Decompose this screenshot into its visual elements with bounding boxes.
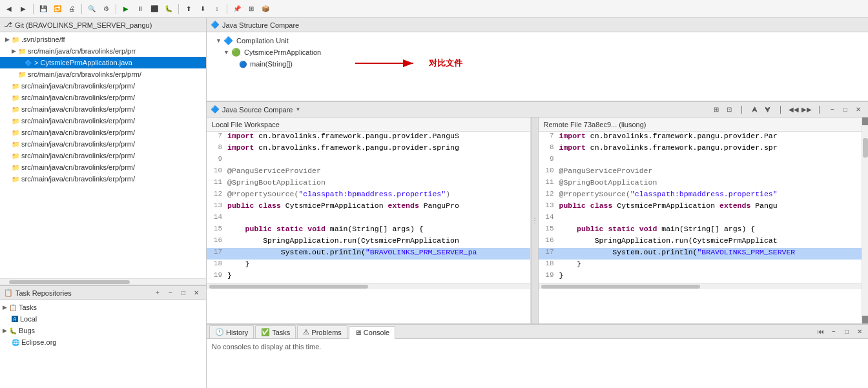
tasks-item[interactable]: ▶ 📋 Tasks (0, 301, 206, 313)
bugs-item[interactable]: ▶ 🐛 Bugs (0, 325, 206, 336)
structure-node-cu: ▼ 🔷 Compilation Unit (212, 35, 863, 46)
toolbar-btn-save[interactable]: 💾 (37, 3, 50, 15)
toolbar-btn-debug[interactable]: 🐛 (162, 3, 175, 15)
left-diff-pane[interactable]: Local File Workspace 7 import cn.bravoli… (207, 117, 531, 323)
toolbar-btn-print[interactable]: 🖨 (65, 3, 78, 15)
task-repo-close-btn[interactable]: ✕ (191, 287, 202, 299)
tree-item-src-9[interactable]: 📁 src/main/java/cn/bravolinks/erp/prm/ (0, 161, 206, 173)
tree-item-src-2[interactable]: 📁 src/main/java/cn/bravolinks/erp/prm/ (0, 80, 206, 92)
toolbar-btn-package[interactable]: 📦 (259, 3, 272, 15)
main-window: ◀ ▶ 💾 🔁 🖨 🔍 ⚙ ▶ ⏸ ⬛ 🐛 ⬆ ⬇ ↕ 📌 ⊞ 📦 ⎇ Git … (0, 0, 868, 388)
right-h-scroll-thumb[interactable] (541, 285, 700, 289)
task-repo-maximize-btn[interactable]: □ (178, 287, 189, 299)
tab-history[interactable]: 🕐 History (209, 325, 254, 338)
tree-item-src-parent[interactable]: ▶ 📁 src/main/java/cn/bravolinks/erp/prr (0, 45, 206, 57)
tree-item-src-8[interactable]: 📁 src/main/java/cn/bravolinks/erp/prm/ (0, 150, 206, 161)
tab-console-label: Console (364, 329, 389, 336)
toolbar-btn-updown[interactable]: ↕ (211, 3, 223, 15)
eclipse-org-item[interactable]: 🌐 Eclipse.org (0, 336, 206, 348)
bottom-bar-btn-1[interactable]: ⏮ (815, 325, 827, 337)
source-compare-dropdown[interactable]: ▼ (295, 107, 300, 112)
source-compare-title: Java Source Compare (222, 106, 293, 114)
compare-btn-1[interactable]: ⊞ (710, 104, 722, 116)
tree-item-cytsmice[interactable]: 🔷 > CytsmicePrmApplication.java (0, 57, 206, 68)
tab-history-label: History (226, 329, 248, 336)
toolbar-btn-layout[interactable]: ⊞ (245, 3, 258, 15)
tree-item-src-3[interactable]: 📁 src/main/java/cn/bravolinks/erp/prm/ (0, 92, 206, 103)
left-line-15: 15 public static void main(String[] args… (207, 225, 530, 236)
splitter-icon: ⋮ (532, 217, 538, 224)
right-diff-pane[interactable]: Remote File 73a8ec9... (liusong) 7 impor… (539, 117, 862, 323)
tree-item-src-6[interactable]: 📁 src/main/java/cn/bravolinks/erp/prm/ (0, 127, 206, 138)
ver-scroll-thumb[interactable] (863, 138, 868, 158)
toolbar-btn-back[interactable]: ◀ (3, 3, 16, 15)
toolbar-btn-search[interactable]: 🔍 (85, 3, 98, 15)
toolbar-btn-forward[interactable]: ▶ (17, 3, 30, 15)
left-h-scrollbar[interactable] (207, 283, 530, 289)
task-repo-title: Task Repositories (16, 289, 72, 297)
compare-btn-minimize[interactable]: − (827, 104, 838, 116)
console-message: No consoles to display at this time. (212, 343, 321, 351)
tree-item-src-7[interactable]: 📁 src/main/java/cn/bravolinks/erp/prm/ (0, 138, 206, 150)
toolbar: ◀ ▶ 💾 🔁 🖨 🔍 ⚙ ▶ ⏸ ⬛ 🐛 ⬆ ⬇ ↕ 📌 ⊞ 📦 (0, 0, 868, 18)
compare-btn-copy-right[interactable]: ▶▶ (801, 104, 812, 116)
toolbar-btn-pin[interactable]: 📌 (231, 3, 243, 15)
toolbar-sep4 (178, 4, 179, 14)
task-repo-title-area: 📋 Task Repositories (4, 289, 72, 297)
task-repo-minimize-btn[interactable]: − (165, 287, 176, 299)
toolbar-btn-up[interactable]: ⬆ (182, 3, 195, 15)
compare-btn-copy-left[interactable]: ◀◀ (788, 104, 800, 116)
scroll-up-btn[interactable] (862, 117, 869, 125)
task-repo-add-btn[interactable]: + (152, 287, 163, 299)
bottom-bar-btn-2[interactable]: − (828, 325, 840, 337)
tab-problems[interactable]: ⚠ Problems (297, 325, 347, 338)
toolbar-btn-down[interactable]: ⬇ (196, 3, 209, 15)
class-icon: 🟢 (231, 48, 241, 57)
left-h-scroll-thumb[interactable] (209, 285, 368, 289)
git-tree[interactable]: ▶ 📁 .svn/pristine/ff ▶ 📁 src/main/java/c… (0, 32, 206, 278)
right-line-19: 19 } (539, 271, 862, 283)
compare-btn-3[interactable]: ⮝ (749, 104, 761, 116)
tree-item-src-10[interactable]: 📁 src/main/java/cn/bravolinks/erp/prm/ (0, 173, 206, 185)
diff-splitter[interactable]: ⋮ (531, 117, 539, 323)
compare-btn-close[interactable]: ✕ (852, 104, 864, 116)
compare-btn-maximize[interactable]: □ (840, 104, 851, 116)
local-item[interactable]: 🅰 Local (0, 313, 206, 325)
method-icon: 🔵 (239, 61, 247, 68)
bottom-bar: 🕐 History ✅ Tasks ⚠ Problems 🖥 Console (207, 323, 868, 388)
tab-tasks[interactable]: ✅ Tasks (255, 325, 296, 338)
scroll-down-btn[interactable] (862, 316, 869, 323)
bottom-bar-minimize[interactable]: □ (841, 325, 852, 337)
compare-btn-2[interactable]: ⊡ (723, 104, 735, 116)
compare-btn-4[interactable]: ⮟ (762, 104, 774, 116)
tree-item-src-4[interactable]: 📁 src/main/java/cn/bravolinks/erp/prm/ (0, 103, 206, 115)
structure-node-method: 🔵 main(String[]) (212, 58, 863, 70)
git-panel-title: ⎇ Git (BRAVOLINKS_PRM_SERVER_pangu) (0, 18, 206, 32)
tree-item-src-5[interactable]: 📁 src/main/java/cn/bravolinks/erp/prm/ (0, 115, 206, 127)
tree-arrow-src: ▶ (12, 48, 18, 54)
tab-console[interactable]: 🖥 Console (349, 326, 395, 339)
toolbar-btn-stop[interactable]: ⬛ (148, 3, 161, 15)
tree-item-src-1[interactable]: 📁 src/main/java/cn/bravolinks/erp/prm/ (0, 68, 206, 80)
tree-item-svn[interactable]: ▶ 📁 .svn/pristine/ff (0, 34, 206, 45)
ver-scrollbar[interactable] (862, 117, 868, 323)
h-scroll-thumb[interactable] (9, 280, 130, 284)
bottom-bar-maximize[interactable]: ✕ (854, 325, 865, 337)
h-scrollbar[interactable] (0, 278, 206, 285)
folder-icon-src: 📁 (18, 48, 26, 55)
structure-title: Java Structure Compare (222, 21, 299, 29)
toolbar-btn-run[interactable]: ▶ (119, 3, 132, 15)
right-line-14: 14 (539, 213, 862, 225)
left-line-9: 9 (207, 155, 530, 167)
left-line-18: 18 } (207, 260, 530, 271)
class-label: CytsmicePrmApplication (244, 48, 321, 56)
toolbar-btn-settings[interactable]: ⚙ (99, 3, 112, 15)
cytsmice-text: > CytsmicePrmApplication.java (34, 59, 132, 66)
toolbar-sep3 (116, 4, 116, 14)
source-compare-icon: 🔷 (211, 105, 220, 114)
toolbar-btn-refresh[interactable]: 🔁 (51, 3, 64, 15)
toolbar-btn-pause[interactable]: ⏸ (134, 3, 147, 15)
toolbar-sep5 (227, 4, 227, 14)
right-h-scrollbar[interactable] (539, 283, 862, 289)
structure-node-class: ▼ 🟢 CytsmicePrmApplication (212, 46, 863, 58)
